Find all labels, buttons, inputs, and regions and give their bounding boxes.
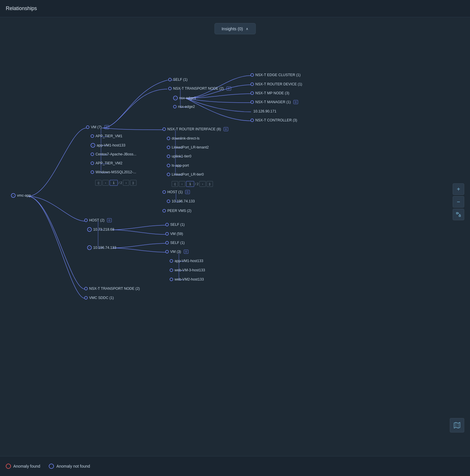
nsx-edge2-node[interactable]: nsx-edge2	[173, 105, 195, 109]
host1-node[interactable]: HOST (1) ⊟	[162, 190, 190, 194]
vm-page-first[interactable]: ⟨|	[95, 180, 102, 186]
zoom-in-button[interactable]: +	[453, 183, 464, 195]
transport-node2-node[interactable]: NSX-T TRANSPORT NODE (2)	[84, 287, 140, 291]
ri3-dot	[167, 155, 170, 158]
anomaly-not-found-legend: Anomaly not found	[49, 464, 90, 469]
vm1-node[interactable]: APP_TIER_VM1	[91, 134, 122, 138]
vm3-1-dot	[170, 259, 173, 263]
vm-group-dot	[86, 125, 89, 129]
vm3-node[interactable]: Centos7-Apache-JBoss...	[91, 152, 136, 156]
ri-page-next[interactable]: ›	[199, 181, 206, 187]
transport-collapse-icon[interactable]: ⊟	[226, 86, 231, 91]
chevron-up-icon: ∧	[246, 27, 248, 31]
vm3-3-dot	[170, 278, 173, 281]
map-button[interactable]	[450, 418, 464, 432]
vm3-group-collapse[interactable]: ⊟	[184, 250, 188, 254]
host1-ip-node[interactable]: 10.196.74.133	[167, 199, 195, 203]
edge-cluster-node[interactable]: NSX-T EDGE CLUSTER (1)	[250, 73, 301, 77]
host-group2-node[interactable]: HOST (2) ⊟	[84, 218, 112, 222]
vmc-sddc-node[interactable]: VMC SDDC (1)	[84, 296, 114, 300]
vm-group-collapse[interactable]: ⊟	[104, 125, 109, 129]
nsx-manager-dot	[250, 100, 254, 104]
router-device-dot	[250, 82, 254, 86]
router-iface-node[interactable]: NSX-T ROUTER INTERFACE (8) ⊟	[162, 127, 228, 131]
ri5-node[interactable]: LinkedPort_LR-tier0	[167, 172, 204, 176]
vm-group-node[interactable]: VM (7) ⊟	[86, 125, 109, 129]
self2-node[interactable]: SELF (1)	[165, 223, 185, 227]
vm3-1-node[interactable]: app-VM1-host133	[170, 259, 203, 263]
vm-pagination: ⟨| ‹ 1 / 2 › |⟩	[95, 180, 136, 186]
header: Relationships	[0, 0, 470, 17]
controller-node[interactable]: NSX-T CONTROLLER (3)	[250, 118, 297, 122]
nsx-edge1-node[interactable]: − nsx-edge1	[173, 96, 196, 100]
zoom-out-button[interactable]: −	[453, 196, 464, 208]
self1-node[interactable]: SELF (1)	[168, 78, 188, 82]
mp-node-dot	[250, 91, 254, 95]
nsx-manager-node[interactable]: NSX-T MANAGER (1) ⊟	[250, 100, 298, 104]
ri-pagination: ⟨| ‹ 1 / 2 › |⟩	[172, 181, 213, 187]
transport-dot	[168, 87, 172, 90]
svg-rect-26	[459, 215, 460, 217]
vm59-dot	[165, 232, 169, 236]
vm5-node[interactable]: Windows-MSSQL2012-...	[91, 170, 136, 174]
host-ip2-node[interactable]: − 10.196.74.133	[87, 245, 116, 250]
nsx-edge1-minus[interactable]: −	[173, 96, 178, 100]
controller-dot	[250, 118, 254, 122]
vm3-2-dot	[170, 268, 173, 272]
ri3-node[interactable]: uplink1-tier0	[167, 154, 191, 158]
self3-dot	[165, 241, 169, 244]
ri1-dot	[167, 137, 170, 140]
ri5-dot	[167, 173, 170, 176]
vm-page-last[interactable]: |⟩	[130, 180, 136, 186]
host-ip2-minus[interactable]: −	[87, 245, 92, 250]
insights-button[interactable]: Insights (0) ∧	[214, 23, 256, 34]
relationship-lines	[0, 17, 470, 456]
root-node[interactable]: − vmc-app	[11, 193, 31, 198]
self1-dot	[168, 78, 172, 81]
ri1-node[interactable]: downlink-direct-ls	[167, 136, 200, 140]
page-title: Relationships	[6, 5, 37, 12]
ri2-dot	[167, 146, 170, 149]
vm-page-next[interactable]: ›	[123, 180, 129, 186]
vm2-minus[interactable]: −	[91, 143, 95, 148]
ri-page-prev[interactable]: ‹	[179, 181, 185, 187]
fit-view-button[interactable]	[453, 209, 464, 220]
nsx-manager-collapse[interactable]: ⊟	[293, 100, 298, 104]
vm4-dot	[91, 161, 94, 165]
map-icon	[454, 422, 460, 429]
self3-node[interactable]: SELF (1)	[165, 241, 185, 245]
svg-rect-25	[456, 212, 458, 214]
ri-page-first[interactable]: ⟨|	[172, 181, 178, 187]
ri4-node[interactable]: ls-app-port	[167, 163, 189, 168]
ri-page-last[interactable]: |⟩	[207, 181, 213, 187]
host-ip1-minus[interactable]: −	[87, 227, 92, 232]
host-ip1-node[interactable]: − 10.73.218.68	[87, 227, 114, 232]
router-iface-collapse[interactable]: ⊟	[224, 127, 228, 131]
vm3-group-node[interactable]: VM (3) ⊟	[165, 250, 188, 254]
vm2-node[interactable]: − app-VM1-host133	[91, 143, 125, 148]
peer-vms-node[interactable]: PEER VMS (2)	[162, 209, 191, 213]
vm3-3-node[interactable]: web-VM2-host133	[170, 277, 204, 281]
host-group2-collapse[interactable]: ⊟	[107, 218, 112, 222]
vm-page-num[interactable]: 1	[110, 180, 118, 186]
router-iface-dot	[162, 127, 166, 131]
transport-node2-dot	[84, 287, 88, 290]
vm-page-prev[interactable]: ‹	[102, 180, 109, 186]
transport-node[interactable]: NSX-T TRANSPORT NODE (2) ⊟	[168, 86, 231, 91]
ip1-node: 10.126.90.171	[253, 109, 276, 113]
host1-dot	[162, 190, 166, 194]
host1-collapse[interactable]: ⊟	[185, 190, 190, 194]
router-device-node[interactable]: NSX-T ROUTER DEVICE (1)	[250, 82, 302, 86]
edge-cluster-dot	[250, 73, 254, 77]
peer-vms-dot	[162, 209, 166, 212]
vmc-sddc-dot	[84, 296, 88, 300]
vm59-node[interactable]: VM (59)	[165, 232, 183, 236]
fit-view-icon	[456, 212, 461, 217]
ri-page-num[interactable]: 1	[186, 181, 194, 187]
vm3-2-node[interactable]: web-VM-3-host133	[170, 268, 205, 272]
vm4-node[interactable]: APP_TIER_VM2	[91, 161, 122, 165]
root-minus-icon[interactable]: −	[11, 193, 16, 198]
vm3-dot	[91, 153, 94, 156]
ri2-node[interactable]: LinkedPort_LR-tenant2	[167, 145, 209, 149]
mp-node[interactable]: NSX-T MP NODE (3)	[250, 91, 289, 95]
